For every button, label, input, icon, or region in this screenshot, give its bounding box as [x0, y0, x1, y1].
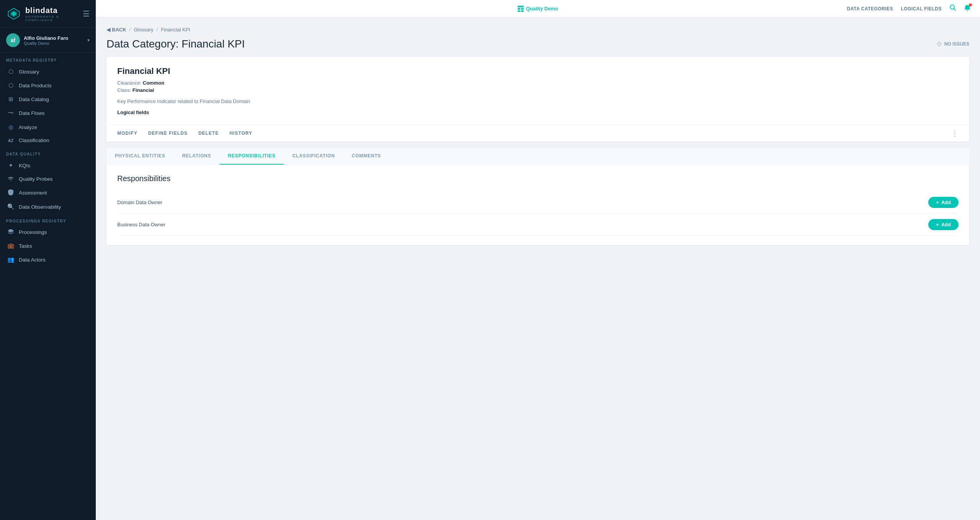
logo-area: blindata GOVERNANCE & COMPLIANCE: [6, 5, 83, 22]
svg-line-10: [954, 9, 956, 11]
table-icon: [518, 6, 524, 12]
logo-sub: GOVERNANCE & COMPLIANCE: [25, 15, 83, 22]
sidebar-item-data-observability-label: Data Observability: [19, 204, 61, 210]
logo-text-area: blindata GOVERNANCE & COMPLIANCE: [25, 6, 83, 22]
avatar: af: [6, 33, 20, 47]
user-org: Quality Demo: [24, 41, 84, 46]
sidebar-item-processings[interactable]: Processings: [0, 226, 96, 239]
sidebar-item-data-flows[interactable]: 〜 Data Flows: [0, 106, 96, 120]
tab-comments[interactable]: COMMENTS: [343, 148, 389, 165]
responsibilities-section: Responsibilities Domain Data Owner + Add…: [107, 165, 969, 245]
delete-button[interactable]: DELETE: [198, 129, 219, 137]
sidebar-item-quality-probes-label: Quality Probes: [19, 176, 53, 182]
back-button[interactable]: ◀ BACK: [107, 27, 126, 33]
sidebar-item-tasks[interactable]: 💼 Tasks: [0, 239, 96, 253]
svg-rect-8: [521, 10, 524, 12]
notification-icon[interactable]: [964, 5, 971, 13]
svg-rect-6: [521, 8, 524, 10]
history-button[interactable]: HISTORY: [229, 129, 252, 137]
sidebar-item-assessment-label: Assessment: [19, 190, 47, 196]
sidebar-item-analyze[interactable]: ◎ Analyze: [0, 120, 96, 134]
sidebar-item-glossary[interactable]: ⬡ Glossary: [0, 65, 96, 78]
sidebar-item-data-actors[interactable]: 👥 Data Actors: [0, 253, 96, 267]
sidebar-item-data-catalog[interactable]: ⊞ Data Catalog: [0, 92, 96, 106]
section-label-quality: DATA QUALITY: [0, 147, 96, 159]
plus-icon-2: +: [936, 222, 939, 227]
search-circle-icon: 🔍: [7, 203, 14, 210]
sidebar-item-quality-probes[interactable]: Quality Probes: [0, 172, 96, 186]
tab-responsibilities[interactable]: RESPONSIBILITIES: [220, 148, 284, 165]
class-value: Financial: [133, 87, 154, 93]
modify-button[interactable]: MODIFY: [117, 129, 138, 137]
class-line: Class: Financial: [117, 87, 959, 93]
sidebar-item-data-products-label: Data Products: [19, 83, 52, 88]
sidebar-item-kqis-label: KQIs: [19, 163, 30, 168]
add-domain-label: Add: [941, 199, 951, 205]
back-label: BACK: [112, 27, 126, 33]
svg-rect-7: [518, 10, 520, 12]
plus-icon: +: [936, 199, 939, 205]
breadcrumb-glossary[interactable]: Glossary: [134, 27, 153, 33]
data-categories-link[interactable]: DATA CATEGORIES: [847, 6, 893, 11]
tab-physical-entities[interactable]: PHYSICAL ENTITIES: [107, 148, 174, 165]
az-icon: AZ: [7, 138, 14, 143]
hexagon-icon: ⬡: [7, 82, 14, 89]
sidebar-item-glossary-label: Glossary: [19, 69, 39, 75]
logical-fields-label: Logical fields: [117, 110, 959, 115]
sidebar-item-classification-label: Classification: [19, 137, 49, 143]
topbar-right: DATA CATEGORIES LOGICAL FIELDS: [847, 4, 971, 13]
user-section[interactable]: af Alfio Giuliano Faro Quality Demo ▾: [0, 28, 96, 53]
star-icon[interactable]: ☆: [936, 40, 942, 48]
clearance-label: Clearance:: [117, 80, 141, 86]
define-fields-button[interactable]: DEFINE FIELDS: [148, 129, 188, 137]
sidebar-header: blindata GOVERNANCE & COMPLIANCE ☰: [0, 0, 96, 28]
sidebar-item-analyze-label: Analyze: [19, 124, 37, 130]
page-title-row: Data Category: Financial KPI ☆ NO ISSUES: [107, 38, 969, 50]
breadcrumb: ◀ BACK / Glossary / Financial KPI: [107, 27, 969, 33]
clearance-value: Common: [143, 80, 164, 86]
sidebar-item-data-products[interactable]: ⬡ Data Products: [0, 78, 96, 92]
add-domain-owner-button[interactable]: + Add: [928, 197, 959, 208]
class-label: Class:: [117, 87, 131, 93]
tabs-card: PHYSICAL ENTITIES RELATIONS RESPONSIBILI…: [107, 148, 969, 245]
logical-fields-link[interactable]: LOGICAL FIELDS: [901, 6, 942, 11]
domain-data-owner-label: Domain Data Owner: [117, 199, 162, 205]
sidebar-item-data-catalog-label: Data Catalog: [19, 96, 49, 102]
entity-card: Financial KPI Clearance: Common Class: F…: [107, 57, 969, 142]
more-options-icon[interactable]: ⋮: [951, 129, 959, 138]
user-info: Alfio Giuliano Faro Quality Demo: [24, 35, 84, 46]
chevron-down-icon: ▾: [87, 38, 90, 43]
sidebar-item-kqis[interactable]: ✦ KQIs: [0, 159, 96, 172]
quality-demo-label: Quality Demo: [526, 6, 558, 11]
sidebar-item-data-observability[interactable]: 🔍 Data Observability: [0, 200, 96, 214]
topbar: Quality Demo DATA CATEGORIES LOGICAL FIE…: [96, 0, 980, 18]
sidebar: blindata GOVERNANCE & COMPLIANCE ☰ af Al…: [0, 0, 96, 520]
star-outline-icon: ✦: [7, 162, 14, 169]
card-actions: MODIFY DEFINE FIELDS DELETE HISTORY ⋮: [107, 124, 969, 142]
resp-row-business: Business Data Owner + Add: [117, 214, 959, 236]
entity-title: Financial KPI: [117, 66, 959, 76]
tab-relations[interactable]: RELATIONS: [174, 148, 220, 165]
shield-icon: [7, 189, 14, 196]
sidebar-item-processings-label: Processings: [19, 229, 47, 235]
tab-classification[interactable]: CLASSIFICATION: [284, 148, 343, 165]
search-icon[interactable]: [949, 4, 956, 13]
topbar-workspace: Quality Demo: [518, 6, 558, 12]
wifi-icon: [7, 176, 14, 182]
logo-name: blindata: [25, 6, 83, 15]
circle-dot-icon: ◎: [7, 124, 14, 131]
sidebar-item-assessment[interactable]: Assessment: [0, 186, 96, 200]
no-issues-badge: ☆ NO ISSUES: [936, 40, 969, 48]
sidebar-item-tasks-label: Tasks: [19, 243, 32, 249]
briefcase-icon: 💼: [7, 242, 14, 249]
responsibilities-title: Responsibilities: [117, 174, 959, 183]
wave-icon: 〜: [7, 110, 14, 117]
entity-description: Key Performance Indicator related to Fin…: [117, 98, 959, 104]
resp-row-domain: Domain Data Owner + Add: [117, 191, 959, 214]
entity-card-body: Financial KPI Clearance: Common Class: F…: [107, 57, 969, 124]
sidebar-item-classification[interactable]: AZ Classification: [0, 134, 96, 147]
hamburger-icon[interactable]: ☰: [83, 9, 90, 18]
add-business-owner-button[interactable]: + Add: [928, 219, 959, 230]
add-business-label: Add: [941, 222, 951, 227]
sidebar-item-data-actors-label: Data Actors: [19, 257, 46, 263]
